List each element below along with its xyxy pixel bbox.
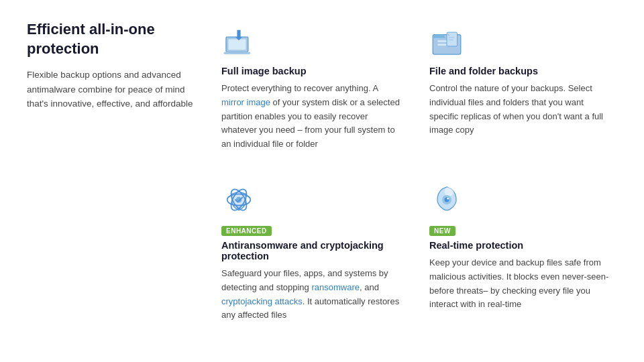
card-full-image-backup: Full image backup Protect everything to … <box>221 20 409 158</box>
main-layout: Efficient all-in-one protection Flexible… <box>27 20 617 329</box>
card-antiransomware: ENHANCED Antiransomware and cryptojackin… <box>221 178 409 329</box>
antiransomware-body: Safeguard your files, apps, and systems … <box>221 267 402 322</box>
mirror-image-link[interactable]: mirror image <box>221 97 270 107</box>
full-image-backup-icon <box>221 20 402 59</box>
svg-point-17 <box>447 198 449 200</box>
svg-rect-6 <box>437 44 447 46</box>
hero-section: Efficient all-in-one protection Flexible… <box>27 20 201 329</box>
hero-title: Efficient all-in-one protection <box>27 20 195 58</box>
card-file-folder-backups: File and folder backups Control the natu… <box>429 20 617 158</box>
enhanced-badge: ENHANCED <box>221 226 272 236</box>
antiransomware-icon <box>221 178 402 217</box>
realtime-protection-icon <box>429 178 610 217</box>
cryptojacking-link[interactable]: cryptojacking attacks <box>221 296 303 306</box>
svg-rect-9 <box>449 40 453 41</box>
file-folder-icon <box>429 20 610 59</box>
file-folder-title: File and folder backups <box>429 66 610 76</box>
svg-rect-1 <box>228 40 246 50</box>
svg-point-14 <box>445 187 454 196</box>
antiransomware-title: Antiransomware and cryptojacking protect… <box>221 240 402 261</box>
realtime-protection-title: Real-time protection <box>429 240 610 251</box>
full-image-backup-title: Full image backup <box>221 66 402 76</box>
full-image-backup-body: Protect everything to recover anything. … <box>221 82 402 152</box>
card-realtime-protection: NEW Real-time protection Keep your devic… <box>429 178 617 329</box>
svg-rect-2 <box>223 52 250 54</box>
svg-rect-8 <box>449 37 455 38</box>
hero-description: Flexible backup options and advanced ant… <box>27 68 195 111</box>
ransomware-link[interactable]: ransomware <box>311 282 360 292</box>
realtime-protection-body: Keep your device and backup files safe f… <box>429 256 610 312</box>
new-badge: NEW <box>429 226 455 236</box>
file-folder-body: Control the nature of your backups. Sele… <box>429 82 610 137</box>
